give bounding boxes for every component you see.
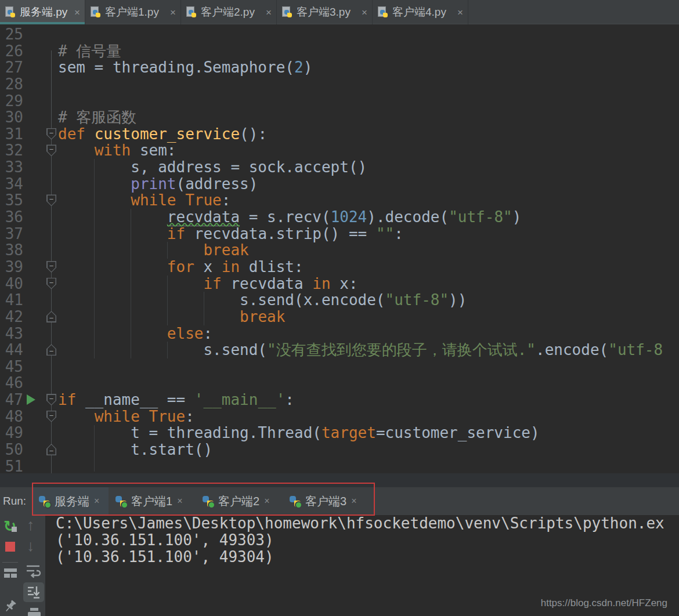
code-text[interactable]: # 信号量 xyxy=(58,43,121,60)
pin-icon[interactable] xyxy=(5,600,17,616)
print-icon[interactable] xyxy=(27,608,42,616)
stop-icon[interactable] xyxy=(5,542,15,552)
code-text[interactable]: # 客服函数 xyxy=(58,109,136,126)
code-text[interactable]: s, address = sock.accept() xyxy=(58,159,367,176)
line-number: 44 xyxy=(0,342,23,358)
restore-layout-icon[interactable] xyxy=(4,568,17,578)
line-number: 35 xyxy=(0,192,23,209)
line-number: 47 xyxy=(0,392,23,408)
fold-end-icon[interactable]: − xyxy=(46,344,56,356)
python-file-icon xyxy=(90,6,102,19)
line-number: 40 xyxy=(0,276,23,292)
code-line: 36 recvdata = s.recv(1024).decode("utf-8… xyxy=(0,209,679,226)
close-icon[interactable]: × xyxy=(457,8,463,17)
code-text[interactable]: if recvdata.strip() == "": xyxy=(58,226,403,242)
code-text[interactable]: sem = threading.Semaphore(2) xyxy=(58,59,312,76)
code-text[interactable]: if recvdata in x: xyxy=(58,276,358,292)
code-text[interactable]: t = threading.Thread(target=customer_ser… xyxy=(58,425,540,441)
close-icon[interactable]: × xyxy=(266,8,272,17)
line-number: 50 xyxy=(0,441,23,458)
console-output[interactable]: C:\Users\James\Desktop\homework\hfsocket… xyxy=(56,515,664,565)
close-icon[interactable]: × xyxy=(170,8,176,17)
code-line: 38 break xyxy=(0,242,679,259)
line-number: 36 xyxy=(0,209,23,226)
code-text[interactable]: for x in dlist: xyxy=(58,259,304,276)
console-line: C:\Users\James\Desktop\homework\hfsocket… xyxy=(56,515,664,532)
next-occurrence-icon[interactable]: ↓ xyxy=(27,538,35,554)
code-line: 46 xyxy=(0,375,679,392)
code-text[interactable]: def customer_service(): xyxy=(58,126,267,143)
code-line: 39− for x in dlist: xyxy=(0,259,679,276)
run-line-arrow-icon[interactable] xyxy=(27,394,35,405)
editor-tab[interactable]: 客户端1.py× xyxy=(85,0,181,24)
line-number: 32 xyxy=(0,142,23,159)
line-number: 34 xyxy=(0,176,23,193)
fold-collapse-icon[interactable]: − xyxy=(46,394,56,405)
code-text[interactable]: break xyxy=(58,242,249,259)
code-text[interactable]: while True: xyxy=(58,192,230,209)
code-line: 35− while True: xyxy=(0,192,679,209)
code-text[interactable]: else: xyxy=(58,325,212,342)
line-number: 33 xyxy=(0,159,23,176)
line-number: 48 xyxy=(0,408,23,425)
python-file-icon xyxy=(281,6,293,19)
code-text[interactable]: s.send("没有查找到您要的段子，请换个试试.".encode("utf-8 xyxy=(58,342,663,358)
code-text[interactable]: recvdata = s.recv(1024).decode("utf-8") xyxy=(58,209,521,226)
run-panel-label: Run: xyxy=(3,487,26,515)
fold-collapse-icon[interactable]: − xyxy=(46,128,56,140)
code-line: 51 xyxy=(0,458,679,473)
code-text[interactable]: print(address) xyxy=(58,176,258,193)
code-text[interactable]: t.start() xyxy=(58,441,212,458)
code-line: 31−def customer_service(): xyxy=(0,126,679,143)
code-line: 26# 信号量 xyxy=(0,43,679,60)
code-lines: 2526# 信号量27sem = threading.Semaphore(2)2… xyxy=(0,26,679,473)
fold-collapse-icon[interactable]: − xyxy=(46,194,56,206)
fold-end-icon[interactable]: − xyxy=(46,444,56,455)
fold-collapse-icon[interactable]: − xyxy=(46,278,56,289)
line-number: 28 xyxy=(0,76,23,93)
code-line: 47−if __name__ == '__main__': xyxy=(0,392,679,408)
line-number: 38 xyxy=(0,242,23,259)
fold-collapse-icon[interactable]: − xyxy=(46,261,56,273)
code-text[interactable]: s.send(x.encode("utf-8")) xyxy=(58,292,467,309)
close-icon[interactable]: × xyxy=(74,8,80,17)
code-line: 33 s, address = sock.accept() xyxy=(0,159,679,176)
console-line: ('10.36.151.100', 49303) xyxy=(56,532,664,549)
line-number: 49 xyxy=(0,425,23,441)
line-number: 41 xyxy=(0,292,23,309)
code-text[interactable]: with sem: xyxy=(58,142,176,159)
code-line: 44− s.send("没有查找到您要的段子，请换个试试.".encode("u… xyxy=(0,342,679,358)
fold-collapse-icon[interactable]: − xyxy=(46,411,56,422)
code-line: 28 xyxy=(0,76,679,93)
python-file-icon xyxy=(377,6,389,19)
code-line: 50− t.start() xyxy=(0,441,679,458)
line-number: 30 xyxy=(0,109,23,126)
close-icon[interactable]: × xyxy=(362,8,367,17)
editor-tabbar: 服务端.py×客户端1.py×客户端2.py×客户端3.py×客户端4.py× xyxy=(0,0,679,24)
line-number: 26 xyxy=(0,43,23,60)
line-number: 45 xyxy=(0,358,23,375)
editor-tab[interactable]: 服务端.py× xyxy=(0,0,85,24)
editor-tab[interactable]: 客户端4.py× xyxy=(373,0,468,24)
soft-wrap-icon[interactable] xyxy=(25,563,41,581)
prev-occurrence-icon[interactable]: ↑ xyxy=(27,517,35,533)
fold-end-icon[interactable]: − xyxy=(46,311,56,323)
line-number: 43 xyxy=(0,325,23,342)
code-line: 32− with sem: xyxy=(0,142,679,159)
code-line: 27sem = threading.Semaphore(2) xyxy=(0,59,679,76)
editor-tab[interactable]: 客户端3.py× xyxy=(277,0,373,24)
code-line: 45 xyxy=(0,358,679,375)
editor-tab[interactable]: 客户端2.py× xyxy=(181,0,277,24)
rerun-icon[interactable]: ↻ xyxy=(3,517,16,535)
line-number: 29 xyxy=(0,93,23,110)
fold-collapse-icon[interactable]: − xyxy=(46,144,56,156)
code-line: 41 s.send(x.encode("utf-8")) xyxy=(0,292,679,309)
code-line: 37 if recvdata.strip() == "": xyxy=(0,226,679,242)
code-text[interactable]: break xyxy=(58,309,285,325)
line-number: 37 xyxy=(0,226,23,242)
code-editor[interactable]: 2526# 信号量27sem = threading.Semaphore(2)2… xyxy=(0,24,679,473)
scroll-to-end-icon[interactable] xyxy=(23,582,44,602)
code-text[interactable]: if __name__ == '__main__': xyxy=(58,392,294,408)
code-text[interactable]: while True: xyxy=(58,408,194,425)
line-number: 31 xyxy=(0,126,23,143)
